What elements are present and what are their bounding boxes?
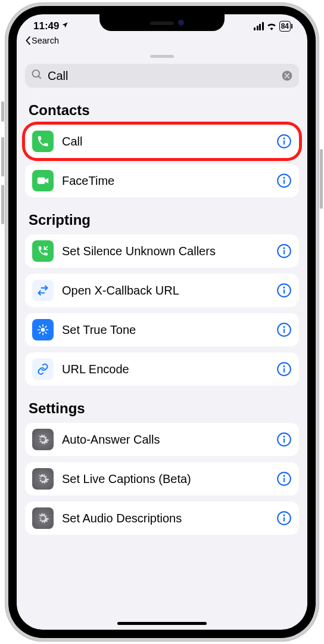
info-button[interactable] (276, 134, 292, 149)
brightness-icon (32, 319, 54, 340)
phone-incoming-icon (32, 240, 54, 262)
volume-down[interactable] (1, 185, 4, 224)
location-icon (61, 20, 68, 32)
svg-line-21 (39, 326, 40, 327)
status-time: 11:49 (33, 20, 59, 32)
action-truetone[interactable]: Set True Tone (25, 313, 299, 346)
info-button[interactable] (276, 173, 292, 188)
section-scripting: Scripting (29, 212, 299, 228)
action-label: Open X-Callback URL (62, 284, 268, 298)
svg-point-16 (41, 328, 45, 332)
svg-line-1 (39, 76, 41, 79)
action-label: Call (62, 135, 268, 148)
svg-point-39 (284, 515, 284, 516)
action-label: Set Audio Descriptions (62, 512, 268, 525)
mute-switch[interactable] (1, 101, 4, 122)
action-audiodesc[interactable]: Set Audio Descriptions (25, 501, 299, 535)
action-facetime[interactable]: FaceTime (25, 164, 299, 197)
search-icon (31, 69, 43, 83)
notch (99, 14, 225, 31)
action-label: FaceTime (62, 174, 268, 188)
wifi-icon (266, 22, 277, 30)
action-xcallback[interactable]: Open X-Callback URL (25, 274, 299, 307)
search-text: Call (48, 69, 276, 83)
action-call[interactable]: Call (25, 125, 299, 158)
info-button[interactable] (276, 471, 292, 487)
battery-icon: 84 (279, 21, 291, 32)
svg-rect-6 (38, 178, 45, 184)
info-button[interactable] (276, 283, 292, 298)
info-button[interactable] (276, 243, 292, 259)
action-label: URL Encode (62, 363, 268, 376)
svg-line-23 (39, 332, 40, 333)
svg-point-33 (284, 436, 284, 437)
action-urlencode[interactable]: URL Encode (25, 352, 299, 386)
action-livecaptions[interactable]: Set Live Captions (Beta) (25, 462, 299, 496)
action-autoanswer[interactable]: Auto-Answer Calls (25, 423, 299, 456)
gear-icon (32, 468, 54, 490)
action-label: Set Silence Unknown Callers (62, 244, 268, 258)
back-label: Search (32, 36, 59, 45)
phone-icon (32, 131, 54, 152)
volume-up[interactable] (1, 137, 4, 177)
svg-point-30 (284, 366, 284, 367)
back-nav[interactable]: Search (17, 35, 307, 45)
svg-point-27 (284, 327, 284, 327)
phone-frame: 11:49 84 Search (5, 2, 319, 642)
gear-icon (32, 429, 54, 450)
section-settings: Settings (29, 400, 299, 417)
chevron-left-icon (25, 36, 32, 45)
side-button[interactable] (320, 149, 323, 209)
svg-point-15 (284, 287, 284, 288)
sheet-grabber[interactable] (150, 55, 174, 58)
video-icon (32, 170, 54, 191)
svg-line-24 (45, 326, 46, 327)
cellular-icon (254, 22, 264, 30)
arrows-icon (32, 280, 54, 301)
action-silence-unknown[interactable]: Set Silence Unknown Callers (25, 234, 299, 268)
section-contacts: Contacts (29, 102, 299, 119)
svg-point-36 (284, 476, 284, 476)
svg-point-5 (284, 138, 284, 139)
clear-search-button[interactable] (281, 70, 293, 82)
svg-point-9 (284, 178, 284, 178)
info-button[interactable] (276, 432, 292, 447)
search-input[interactable]: Call (25, 64, 299, 88)
gear-icon (32, 507, 54, 529)
info-button[interactable] (276, 361, 292, 377)
svg-point-0 (33, 70, 40, 78)
action-label: Set Live Captions (Beta) (62, 472, 268, 486)
svg-line-22 (45, 332, 46, 333)
info-button[interactable] (276, 322, 292, 338)
action-label: Set True Tone (62, 323, 268, 337)
action-label: Auto-Answer Calls (62, 433, 268, 447)
home-indicator[interactable] (117, 622, 207, 625)
link-icon (32, 358, 54, 380)
info-button[interactable] (276, 510, 292, 526)
svg-point-12 (284, 248, 284, 249)
